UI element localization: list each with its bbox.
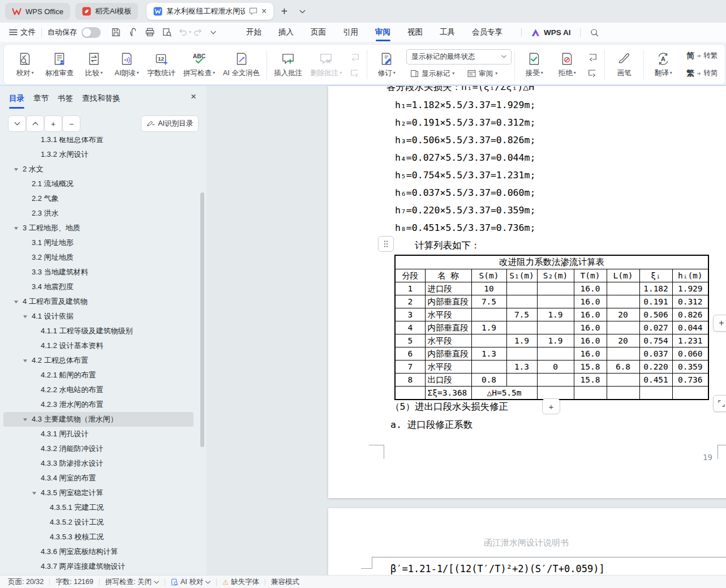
expand-arrow-icon[interactable] bbox=[23, 314, 28, 319]
print-icon[interactable] bbox=[141, 25, 158, 40]
ai-read-button[interactable]: AI朗读▾ bbox=[110, 49, 143, 80]
menu-tab-会员专享[interactable]: 会员专享 bbox=[463, 23, 511, 42]
outline-item[interactable]: 2.1 流域概况 bbox=[3, 177, 194, 191]
table-drag-handle-icon[interactable] bbox=[378, 236, 394, 252]
outline-item[interactable]: 4.2.1 船闸的布置 bbox=[3, 368, 194, 383]
sidebar-close-icon[interactable]: × bbox=[191, 92, 196, 101]
document-page-19[interactable]: 各分段水头损失：hᵢ=(ξᵢ/Σξᵢ)△H h₁=1.182×5.5/3.37=… bbox=[328, 86, 726, 498]
seepage-calculation-table[interactable]: 改进阻力系数法渗流计算表分段名 称S(m)S₁(m)S₂(m)T(m)L(m)ξ… bbox=[394, 255, 709, 400]
outline-item[interactable]: 4.1.2 设计基本资料 bbox=[3, 338, 194, 353]
adjust-plus-button[interactable]: + bbox=[713, 315, 726, 332]
reject-revision-button[interactable]: 拒绝▾ bbox=[551, 49, 583, 80]
menu-tab-视图[interactable]: 视图 bbox=[399, 23, 431, 42]
expand-arrow-icon[interactable] bbox=[23, 417, 28, 422]
sidebar-tab-目录[interactable]: 目录 bbox=[9, 93, 24, 105]
markup-state-dropdown[interactable]: 显示标记的最终状态 bbox=[406, 49, 512, 65]
dialog-launcher-icon[interactable] bbox=[724, 76, 725, 81]
simplified-to-traditional-button[interactable]: 简 转繁 bbox=[683, 49, 721, 63]
export-pdf-icon[interactable] bbox=[124, 25, 141, 40]
expand-arrow-icon[interactable] bbox=[14, 167, 19, 172]
outline-previous-button[interactable] bbox=[26, 115, 44, 132]
outline-item[interactable]: 4.3.4 闸室的布置 bbox=[3, 471, 194, 486]
tab-list-chevron-icon[interactable] bbox=[295, 4, 310, 19]
menu-tab-审阅[interactable]: 审阅 bbox=[367, 23, 399, 42]
sidebar-scrollbar[interactable] bbox=[200, 192, 204, 447]
compare-button[interactable]: 比较▾ bbox=[78, 49, 110, 80]
fit-page-button[interactable] bbox=[713, 395, 726, 412]
outline-collapse-button[interactable]: − bbox=[62, 115, 80, 132]
save-icon[interactable] bbox=[108, 25, 124, 40]
comment-bubble-icon[interactable] bbox=[249, 7, 257, 15]
outline-item[interactable]: 4.2 工程总体布置 bbox=[3, 353, 194, 368]
status-page-indicator[interactable]: 页面: 20/32 bbox=[8, 577, 44, 587]
ai-recognize-toc-button[interactable]: AI识别目录 bbox=[141, 115, 199, 132]
outline-item[interactable]: 3.3 当地建筑材料 bbox=[3, 265, 194, 280]
ink-brush-button[interactable]: 画笔 bbox=[608, 49, 641, 80]
close-tab-icon[interactable]: × bbox=[261, 7, 267, 16]
ai-polish-button[interactable]: AI 全文润色 bbox=[219, 49, 264, 80]
expand-arrow-icon[interactable] bbox=[23, 358, 28, 363]
file-menu[interactable]: 文件 bbox=[9, 27, 36, 37]
menu-tab-工具[interactable]: 工具 bbox=[431, 23, 463, 42]
outline-item[interactable]: 4.3.1 闸孔设计 bbox=[3, 427, 194, 441]
menu-tab-页面[interactable]: 页面 bbox=[302, 23, 334, 42]
insert-paragraph-plus-button[interactable]: + bbox=[542, 398, 560, 414]
track-changes-button[interactable]: 修订▾ bbox=[370, 49, 403, 80]
status-ai-proofread[interactable]: AI 校对 bbox=[171, 577, 211, 587]
outline-item[interactable]: 1.3.2 水闸设计 bbox=[3, 147, 194, 162]
menu-tab-引用[interactable]: 引用 bbox=[334, 23, 367, 42]
sidebar-tab-书签[interactable]: 书签 bbox=[58, 93, 73, 105]
tab-active-document[interactable]: 某水利枢纽工程泄水闸设计 × bbox=[147, 3, 273, 20]
new-tab-button[interactable]: + bbox=[277, 4, 291, 19]
outline-item[interactable]: 4.3.5.3 校核工况 bbox=[3, 530, 194, 544]
outline-next-button[interactable] bbox=[8, 115, 26, 132]
print-preview-icon[interactable] bbox=[158, 25, 175, 40]
outline-item[interactable]: 3.2 闸址地质 bbox=[3, 250, 194, 265]
sidebar-tab-章节[interactable]: 章节 bbox=[33, 93, 49, 105]
tab-wps-office[interactable]: WPS Office bbox=[5, 3, 70, 20]
wps-ai-button[interactable]: WPS AI bbox=[531, 28, 571, 37]
sidebar-tab-查找和替换[interactable]: 查找和替换 bbox=[82, 93, 121, 105]
search-icon[interactable] bbox=[586, 25, 603, 40]
outline-item[interactable]: 4.2.2 水电站的布置 bbox=[3, 383, 194, 397]
quick-access-chevron-icon[interactable] bbox=[205, 25, 222, 40]
outline-item[interactable]: 4.3.5.2 设计工况 bbox=[3, 515, 194, 530]
outline-item[interactable]: 4.3.6 闸室底板结构计算 bbox=[3, 544, 194, 559]
standard-review-button[interactable]: 标准审查 bbox=[41, 49, 78, 80]
word-count-button[interactable]: 12 字数统计 bbox=[143, 49, 179, 80]
translate-button[interactable]: A 翻译▾ bbox=[647, 49, 680, 80]
status-missing-font[interactable]: ⚠ 缺失字体 bbox=[222, 577, 259, 587]
outline-item[interactable]: 4.3.2 消能防冲设计 bbox=[3, 441, 194, 456]
outline-item[interactable]: 1.3.1 枢纽总体布置 bbox=[3, 137, 194, 147]
outline-expand-button[interactable]: + bbox=[44, 115, 62, 132]
outline-item[interactable]: 4.3.5 闸室稳定计算 bbox=[3, 486, 194, 500]
outline-item[interactable]: 4.2.3 泄水闸的布置 bbox=[3, 397, 194, 412]
show-markup-button[interactable]: 显示标记▾ bbox=[406, 67, 458, 80]
tab-docer-template[interactable]: 稻壳AI模板 bbox=[75, 3, 138, 20]
autosave-toggle[interactable] bbox=[81, 27, 101, 38]
expand-arrow-icon[interactable] bbox=[14, 299, 19, 304]
insert-comment-button[interactable]: 插入批注 bbox=[270, 49, 306, 80]
spell-check-button[interactable]: ABC 拼写检查▾ bbox=[179, 49, 219, 80]
outline-item[interactable]: 4 工程布置及建筑物 bbox=[3, 294, 194, 309]
outline-item[interactable]: 3.4 地震烈度 bbox=[3, 280, 194, 294]
previous-revision-icon[interactable] bbox=[586, 50, 599, 63]
outline-item[interactable]: 3 工程地形、地质 bbox=[3, 221, 194, 235]
expand-arrow-icon[interactable] bbox=[32, 491, 37, 496]
status-spell-check[interactable]: 拼写检查: 关闭 bbox=[105, 577, 159, 587]
outline-item[interactable]: 4.1.1 工程等级及建筑物级别 bbox=[3, 324, 194, 338]
menu-tab-插入[interactable]: 插入 bbox=[270, 23, 302, 42]
proofread-button[interactable]: 校对▾ bbox=[8, 49, 41, 80]
outline-item[interactable]: 4.3.7 两岸连接建筑物设计 bbox=[3, 559, 194, 574]
next-revision-icon[interactable] bbox=[586, 66, 599, 79]
outline-item[interactable]: 4.3 主要建筑物（泄水闸） bbox=[3, 412, 194, 427]
accept-revision-button[interactable]: 接受▾ bbox=[518, 49, 551, 80]
expand-arrow-icon[interactable] bbox=[14, 226, 19, 231]
outline-item[interactable]: 2.3 洪水 bbox=[3, 206, 194, 221]
outline-item[interactable]: 2 水文 bbox=[3, 162, 194, 177]
outline-item[interactable]: 3.1 闸址地形 bbox=[3, 235, 194, 250]
review-pane-button[interactable]: 审阅▾ bbox=[463, 67, 501, 80]
outline-item[interactable]: 4.1 设计依据 bbox=[3, 309, 194, 324]
outline-item[interactable]: 4.3.5.1 完建工况 bbox=[3, 500, 194, 515]
traditional-to-simplified-button[interactable]: 繁 转简 bbox=[683, 67, 721, 80]
